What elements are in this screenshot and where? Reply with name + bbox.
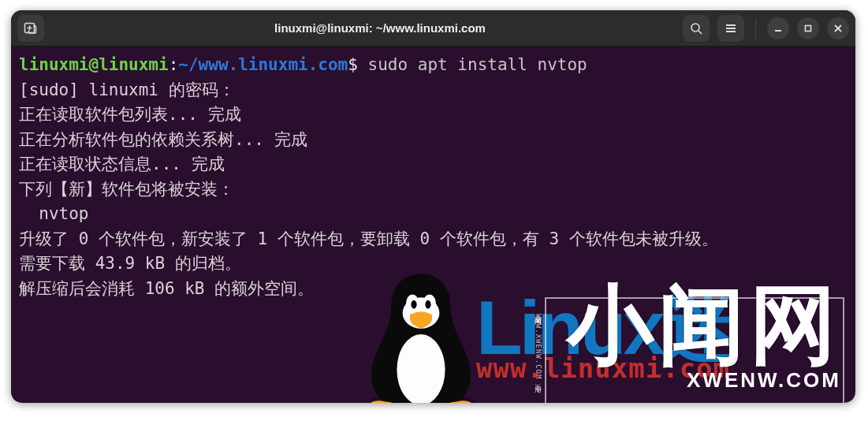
titlebar-separator [755, 18, 756, 39]
minimize-icon [773, 24, 783, 33]
output-line: 正在读取状态信息... 完成 [19, 155, 225, 173]
output-line: 下列【新】软件包将被安装： [19, 180, 234, 199]
terminal-content: linuxmi@linuxmi:~/www.linuxmi.com$ sudo … [19, 53, 848, 301]
output-line: [sudo] linuxmi 的密码： [19, 80, 235, 99]
output-line: 正在分析软件包的依赖关系树... 完成 [19, 130, 307, 149]
prompt-cwd: ~/www.linuxmi.com [178, 55, 348, 74]
watermark-xwen-en: XWENW.COM [494, 365, 841, 396]
titlebar: linuxmi@linuxmi: ~/www.linuxmi.com [11, 10, 855, 47]
search-button[interactable] [683, 15, 710, 42]
svg-point-11 [397, 334, 445, 403]
watermark-frame [545, 297, 844, 403]
watermark-side-text: 小闻网（WWW.XWENW.COM）专用 [531, 311, 543, 403]
output-line: 解压缩后会消耗 106 kB 的额外空间。 [19, 279, 314, 298]
new-tab-button[interactable] [17, 15, 44, 42]
close-button[interactable] [827, 17, 849, 39]
terminal-body[interactable]: linuxmi@linuxmi:~/www.linuxmi.com$ sudo … [11, 47, 855, 403]
close-icon [833, 24, 843, 33]
svg-line-2 [698, 31, 702, 34]
svg-point-10 [366, 391, 476, 403]
svg-point-12 [403, 297, 440, 329]
output-line: 需要下载 43.9 kB 的归档。 [19, 254, 241, 273]
output-line: nvtop [19, 204, 89, 223]
svg-point-16 [425, 300, 430, 309]
menu-button[interactable] [717, 15, 744, 42]
search-icon [690, 22, 702, 35]
window-title: linuxmi@linuxmi: ~/www.linuxmi.com [84, 21, 676, 35]
minimize-button[interactable] [767, 17, 789, 39]
prompt-userhost: linuxmi@linuxmi [19, 55, 169, 74]
svg-rect-7 [806, 25, 811, 31]
watermark-linux-url: www.linuxmi.com [476, 348, 730, 389]
new-tab-icon [24, 21, 38, 35]
hamburger-icon [725, 22, 737, 35]
maximize-icon [803, 24, 813, 33]
prompt-sigil: $ [348, 55, 358, 74]
terminal-window: linuxmi@linuxmi: ~/www.linuxmi.com [11, 10, 855, 403]
svg-point-15 [411, 300, 416, 309]
output-line: 正在读取软件包列表... 完成 [19, 105, 241, 124]
maximize-button[interactable] [797, 17, 819, 39]
prompt-sep: : [169, 55, 179, 74]
command-text: sudo apt install nvtop [368, 55, 587, 74]
output-line: 升级了 0 个软件包，新安装了 1 个软件包，要卸载 0 个软件包，有 3 个软… [19, 229, 718, 248]
svg-point-1 [691, 24, 699, 32]
